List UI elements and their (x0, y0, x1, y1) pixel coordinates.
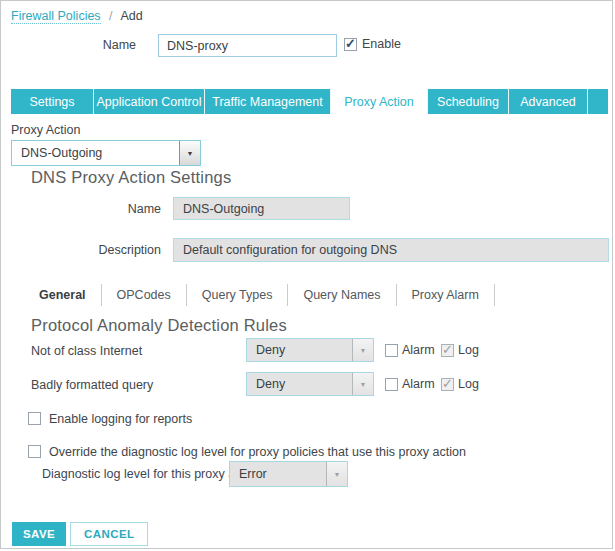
proxy-action-dropdown-button[interactable]: ▼ (179, 141, 200, 165)
breadcrumb: Firewall Policies / Add (11, 9, 143, 23)
rule1-log-checkbox-row[interactable]: Log (441, 343, 479, 357)
chevron-down-icon: ▼ (360, 381, 367, 388)
rule2-log-checkbox-row[interactable]: Log (441, 377, 479, 391)
enable-logging-reports-checkbox[interactable] (28, 412, 41, 425)
tab-scheduling[interactable]: Scheduling (428, 89, 509, 114)
policy-name-input[interactable] (158, 34, 337, 57)
chevron-down-icon: ▼ (360, 347, 367, 354)
rule-dropdown-button[interactable]: ▼ (352, 373, 373, 395)
subtab-general[interactable]: General (31, 284, 102, 306)
anomaly-rules-title: Protocol Anomaly Detection Rules (31, 316, 287, 335)
alarm-label: Alarm (402, 343, 435, 357)
subtab-proxy-alarm[interactable]: Proxy Alarm (397, 284, 495, 306)
tab-proxy-action[interactable]: Proxy Action (331, 89, 428, 114)
tab-traffic-management[interactable]: Traffic Management (205, 89, 331, 114)
subtab-query-names[interactable]: Query Names (288, 284, 396, 306)
breadcrumb-separator: / (109, 9, 112, 23)
rule-action-value: Deny (247, 373, 352, 395)
dns-proxy-action-settings-title: DNS Proxy Action Settings (31, 168, 231, 187)
rule-not-of-class-internet-action-select[interactable]: Deny ▼ (246, 338, 374, 362)
form-actions: SAVE CANCEL (12, 522, 148, 546)
rule1-alarm-checkbox[interactable] (385, 344, 398, 357)
action-name-label: Name (1, 202, 161, 216)
breadcrumb-current: Add (120, 9, 142, 23)
cancel-button[interactable]: CANCEL (70, 522, 148, 546)
proxy-action-label: Proxy Action (11, 123, 80, 137)
action-description-field: Default configuration for outgoing DNS (173, 238, 609, 262)
action-description-label: Description (1, 243, 161, 257)
log-label: Log (458, 343, 479, 357)
override-diag-log-level-checkbox[interactable] (28, 445, 41, 458)
tab-application-control[interactable]: Application Control (94, 89, 205, 114)
rule2-alarm-checkbox-row[interactable]: Alarm (385, 377, 435, 391)
rule2-log-checkbox[interactable] (441, 378, 454, 391)
rule-badly-formatted-query-action-select[interactable]: Deny ▼ (246, 372, 374, 396)
rule-dropdown-button[interactable]: ▼ (352, 339, 373, 361)
enable-checkbox-row[interactable]: Enable (344, 37, 401, 51)
rule1-log-checkbox[interactable] (441, 344, 454, 357)
save-button[interactable]: SAVE (12, 522, 66, 546)
enable-logging-reports-row[interactable]: Enable logging for reports (28, 412, 192, 426)
rule2-alarm-checkbox[interactable] (385, 378, 398, 391)
enable-label: Enable (362, 37, 401, 51)
override-diag-log-level-label: Override the diagnostic log level for pr… (49, 445, 466, 459)
policy-tab-bar: Settings Application Control Traffic Man… (11, 89, 608, 114)
rule-badly-formatted-query-label: Badly formatted query (31, 378, 153, 392)
diag-dropdown-button[interactable]: ▼ (326, 462, 347, 486)
firewall-policy-add-page: Firewall Policies / Add Name Enable Sett… (0, 0, 613, 549)
diag-log-level-select[interactable]: Error ▼ (229, 461, 348, 487)
log-label: Log (458, 377, 479, 391)
enable-logging-reports-label: Enable logging for reports (49, 412, 192, 426)
rule1-alarm-checkbox-row[interactable]: Alarm (385, 343, 435, 357)
subtab-opcodes[interactable]: OPCodes (102, 284, 187, 306)
subtab-query-types[interactable]: Query Types (187, 284, 289, 306)
tab-advanced[interactable]: Advanced (509, 89, 588, 114)
alarm-label: Alarm (402, 377, 435, 391)
proxy-action-subtab-bar: General OPCodes Query Types Query Names … (31, 284, 495, 306)
chevron-down-icon: ▼ (334, 471, 341, 478)
chevron-down-icon: ▼ (187, 150, 194, 157)
action-name-field: DNS-Outgoing (173, 197, 350, 220)
tab-settings[interactable]: Settings (11, 89, 94, 114)
override-diag-log-level-row[interactable]: Override the diagnostic log level for pr… (28, 445, 466, 459)
breadcrumb-firewall-policies-link[interactable]: Firewall Policies (11, 9, 101, 24)
rule-action-value: Deny (247, 339, 352, 361)
policy-name-label: Name (1, 38, 136, 52)
rule-not-of-class-internet-label: Not of class Internet (31, 344, 142, 358)
proxy-action-select[interactable]: DNS-Outgoing ▼ (11, 140, 201, 166)
tab-bar-filler (588, 89, 608, 114)
diag-log-level-value: Error (230, 462, 326, 486)
proxy-action-selected-value: DNS-Outgoing (12, 141, 179, 165)
enable-checkbox[interactable] (344, 38, 357, 51)
